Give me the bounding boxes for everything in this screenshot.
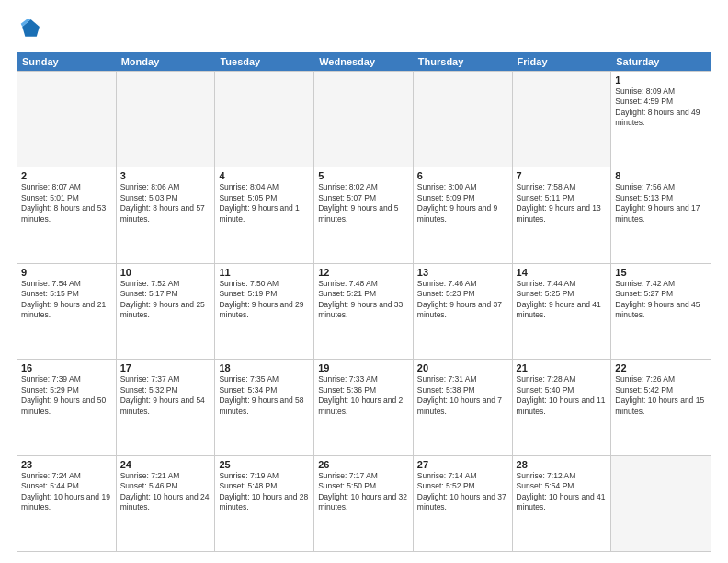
calendar-cell: 27Sunrise: 7:14 AM Sunset: 5:52 PM Dayli… <box>414 456 513 551</box>
calendar-cell: 23Sunrise: 7:24 AM Sunset: 5:44 PM Dayli… <box>17 456 117 551</box>
day-info: Sunrise: 7:12 AM Sunset: 5:54 PM Dayligh… <box>517 471 608 513</box>
header <box>17 17 711 42</box>
day-info: Sunrise: 8:00 AM Sunset: 5:09 PM Dayligh… <box>417 182 508 224</box>
calendar-row-5: 23Sunrise: 7:24 AM Sunset: 5:44 PM Dayli… <box>17 455 711 551</box>
day-info: Sunrise: 7:28 AM Sunset: 5:40 PM Dayligh… <box>517 374 608 417</box>
calendar-cell <box>513 72 612 167</box>
day-info: Sunrise: 7:54 AM Sunset: 5:15 PM Dayligh… <box>21 279 112 321</box>
calendar-cell: 1Sunrise: 8:09 AM Sunset: 4:59 PM Daylig… <box>611 72 711 167</box>
calendar-cell: 24Sunrise: 7:21 AM Sunset: 5:46 PM Dayli… <box>117 456 216 551</box>
day-number: 1 <box>615 75 707 86</box>
calendar-cell: 8Sunrise: 7:56 AM Sunset: 5:13 PM Daylig… <box>611 167 711 262</box>
calendar-cell: 3Sunrise: 8:06 AM Sunset: 5:03 PM Daylig… <box>117 167 216 262</box>
day-number: 18 <box>219 362 310 373</box>
weekday-header-friday: Friday <box>513 52 612 71</box>
day-info: Sunrise: 7:48 AM Sunset: 5:21 PM Dayligh… <box>318 279 409 321</box>
day-info: Sunrise: 7:52 AM Sunset: 5:17 PM Dayligh… <box>120 279 211 321</box>
day-number: 27 <box>417 459 508 470</box>
day-info: Sunrise: 7:56 AM Sunset: 5:13 PM Dayligh… <box>615 182 707 224</box>
day-number: 5 <box>318 170 409 181</box>
day-info: Sunrise: 7:58 AM Sunset: 5:11 PM Dayligh… <box>517 182 608 224</box>
day-info: Sunrise: 8:06 AM Sunset: 5:03 PM Dayligh… <box>120 182 211 224</box>
day-info: Sunrise: 7:46 AM Sunset: 5:23 PM Dayligh… <box>417 279 508 321</box>
calendar-cell <box>117 72 216 167</box>
weekday-header-wednesday: Wednesday <box>314 52 414 71</box>
calendar-cell: 18Sunrise: 7:35 AM Sunset: 5:34 PM Dayli… <box>215 360 314 454</box>
weekday-header-sunday: Sunday <box>17 52 117 71</box>
calendar-body: 1Sunrise: 8:09 AM Sunset: 4:59 PM Daylig… <box>17 71 711 551</box>
day-number: 28 <box>517 459 608 470</box>
day-number: 21 <box>517 362 608 373</box>
day-number: 25 <box>219 459 310 470</box>
day-number: 10 <box>120 267 211 278</box>
day-info: Sunrise: 7:19 AM Sunset: 5:48 PM Dayligh… <box>219 471 310 513</box>
day-info: Sunrise: 7:31 AM Sunset: 5:38 PM Dayligh… <box>417 374 508 417</box>
calendar-cell: 28Sunrise: 7:12 AM Sunset: 5:54 PM Dayli… <box>513 456 612 551</box>
day-info: Sunrise: 8:07 AM Sunset: 5:01 PM Dayligh… <box>21 182 112 224</box>
calendar-cell: 21Sunrise: 7:28 AM Sunset: 5:40 PM Dayli… <box>513 360 612 454</box>
day-number: 22 <box>615 362 707 373</box>
calendar-cell: 19Sunrise: 7:33 AM Sunset: 5:36 PM Dayli… <box>314 360 414 454</box>
day-info: Sunrise: 7:37 AM Sunset: 5:32 PM Dayligh… <box>120 374 211 417</box>
day-number: 19 <box>318 362 409 373</box>
calendar-cell: 11Sunrise: 7:50 AM Sunset: 5:19 PM Dayli… <box>215 264 314 359</box>
logo <box>17 17 46 42</box>
day-number: 8 <box>615 170 707 181</box>
day-info: Sunrise: 7:39 AM Sunset: 5:29 PM Dayligh… <box>21 374 112 417</box>
day-number: 11 <box>219 267 310 278</box>
calendar-cell: 12Sunrise: 7:48 AM Sunset: 5:21 PM Dayli… <box>314 264 414 359</box>
day-number: 15 <box>615 267 707 278</box>
calendar-cell <box>414 72 513 167</box>
day-info: Sunrise: 7:21 AM Sunset: 5:46 PM Dayligh… <box>120 471 211 513</box>
day-number: 23 <box>21 459 112 470</box>
day-info: Sunrise: 7:35 AM Sunset: 5:34 PM Dayligh… <box>219 374 310 417</box>
calendar-cell: 7Sunrise: 7:58 AM Sunset: 5:11 PM Daylig… <box>513 167 612 262</box>
day-info: Sunrise: 7:14 AM Sunset: 5:52 PM Dayligh… <box>417 471 508 513</box>
calendar-cell: 20Sunrise: 7:31 AM Sunset: 5:38 PM Dayli… <box>414 360 513 454</box>
day-info: Sunrise: 7:44 AM Sunset: 5:25 PM Dayligh… <box>517 279 608 321</box>
calendar-cell: 2Sunrise: 8:07 AM Sunset: 5:01 PM Daylig… <box>17 167 117 262</box>
calendar-cell: 9Sunrise: 7:54 AM Sunset: 5:15 PM Daylig… <box>17 264 117 359</box>
day-info: Sunrise: 7:33 AM Sunset: 5:36 PM Dayligh… <box>318 374 409 417</box>
weekday-header-monday: Monday <box>117 52 216 71</box>
day-info: Sunrise: 7:24 AM Sunset: 5:44 PM Dayligh… <box>21 471 112 513</box>
calendar-cell <box>17 72 117 167</box>
day-number: 9 <box>21 267 112 278</box>
calendar-cell: 6Sunrise: 8:00 AM Sunset: 5:09 PM Daylig… <box>414 167 513 262</box>
day-info: Sunrise: 8:04 AM Sunset: 5:05 PM Dayligh… <box>219 182 310 224</box>
day-number: 2 <box>21 170 112 181</box>
calendar-row-4: 16Sunrise: 7:39 AM Sunset: 5:29 PM Dayli… <box>17 359 711 454</box>
day-info: Sunrise: 8:02 AM Sunset: 5:07 PM Dayligh… <box>318 182 409 224</box>
weekday-header-saturday: Saturday <box>611 52 711 71</box>
day-number: 6 <box>417 170 508 181</box>
day-number: 3 <box>120 170 211 181</box>
calendar-cell <box>314 72 414 167</box>
calendar-row-2: 2Sunrise: 8:07 AM Sunset: 5:01 PM Daylig… <box>17 167 711 262</box>
day-number: 7 <box>517 170 608 181</box>
calendar: SundayMondayTuesdayWednesdayThursdayFrid… <box>17 52 711 552</box>
day-info: Sunrise: 7:42 AM Sunset: 5:27 PM Dayligh… <box>615 279 707 321</box>
calendar-cell: 4Sunrise: 8:04 AM Sunset: 5:05 PM Daylig… <box>215 167 314 262</box>
day-info: Sunrise: 7:26 AM Sunset: 5:42 PM Dayligh… <box>615 374 707 417</box>
day-number: 24 <box>120 459 211 470</box>
day-info: Sunrise: 7:50 AM Sunset: 5:19 PM Dayligh… <box>219 279 310 321</box>
calendar-cell <box>215 72 314 167</box>
day-number: 20 <box>417 362 508 373</box>
logo-icon <box>17 17 42 42</box>
day-number: 17 <box>120 362 211 373</box>
calendar-cell: 5Sunrise: 8:02 AM Sunset: 5:07 PM Daylig… <box>314 167 414 262</box>
calendar-cell: 13Sunrise: 7:46 AM Sunset: 5:23 PM Dayli… <box>414 264 513 359</box>
calendar-cell: 17Sunrise: 7:37 AM Sunset: 5:32 PM Dayli… <box>117 360 216 454</box>
day-info: Sunrise: 8:09 AM Sunset: 4:59 PM Dayligh… <box>615 86 707 129</box>
calendar-cell <box>611 456 711 551</box>
day-info: Sunrise: 7:17 AM Sunset: 5:50 PM Dayligh… <box>318 471 409 513</box>
day-number: 14 <box>517 267 608 278</box>
calendar-cell: 14Sunrise: 7:44 AM Sunset: 5:25 PM Dayli… <box>513 264 612 359</box>
weekday-header-tuesday: Tuesday <box>215 52 314 71</box>
calendar-cell: 16Sunrise: 7:39 AM Sunset: 5:29 PM Dayli… <box>17 360 117 454</box>
calendar-row-1: 1Sunrise: 8:09 AM Sunset: 4:59 PM Daylig… <box>17 71 711 167</box>
calendar-cell: 26Sunrise: 7:17 AM Sunset: 5:50 PM Dayli… <box>314 456 414 551</box>
calendar-cell: 22Sunrise: 7:26 AM Sunset: 5:42 PM Dayli… <box>611 360 711 454</box>
day-number: 13 <box>417 267 508 278</box>
day-number: 12 <box>318 267 409 278</box>
